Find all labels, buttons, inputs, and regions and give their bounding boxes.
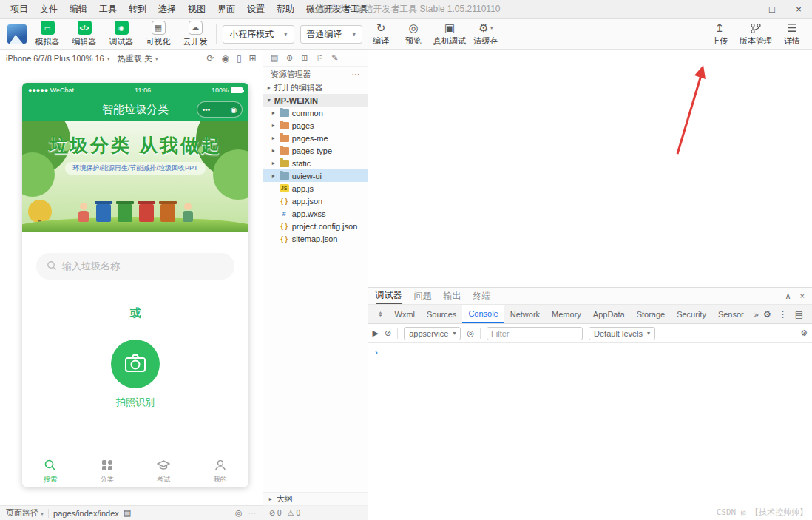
tree-item-common[interactable]: ▸ common: [263, 107, 368, 119]
menu-interface[interactable]: 界面: [212, 3, 241, 16]
menu-select[interactable]: 选择: [152, 3, 182, 16]
devtools-tab-memory[interactable]: Memory: [546, 305, 587, 323]
edit-icon[interactable]: ✎: [331, 53, 338, 63]
details-button[interactable]: ☰ 详情: [779, 22, 805, 47]
devtools-tab-sources[interactable]: Sources: [421, 305, 462, 323]
device-frame-icon[interactable]: ▯: [237, 53, 242, 64]
simulator-button[interactable]: ▭ 模拟器: [33, 21, 62, 47]
pages-icon[interactable]: ▤: [271, 53, 278, 63]
real-device-debug-button[interactable]: ▣ 真机调试: [433, 22, 466, 47]
eye-icon[interactable]: ◎: [467, 328, 474, 338]
tree-item-pages[interactable]: ▸ pages: [263, 119, 368, 132]
log-levels-select[interactable]: Default levels ▾: [589, 327, 655, 340]
devtools-tab-appdata[interactable]: AppData: [587, 305, 631, 323]
menu-edit[interactable]: 编辑: [64, 3, 93, 16]
editor-empty-region[interactable]: [368, 50, 812, 287]
minimize-button[interactable]: –: [732, 0, 759, 18]
devtools-tab-network[interactable]: Network: [504, 305, 546, 323]
screenshot-icon[interactable]: ◉: [221, 53, 229, 64]
outline-section[interactable]: ▸ 大纲: [263, 492, 368, 505]
project-root-section[interactable]: ▾ MP-WEIXIN: [263, 94, 368, 107]
menu-project[interactable]: 项目: [4, 3, 34, 16]
more-icon[interactable]: ⋯: [352, 70, 360, 79]
eye-icon[interactable]: ◎: [235, 508, 243, 518]
console-settings-icon[interactable]: ⚙: [800, 328, 808, 338]
mode-select[interactable]: 小程序模式 ▾: [223, 25, 294, 44]
page-path-select[interactable]: 页面路径 ▾: [6, 507, 44, 519]
tab-problems[interactable]: 问题: [414, 290, 432, 303]
console-filter-input[interactable]: [487, 327, 583, 340]
inspect-element-icon[interactable]: ⌖: [373, 308, 389, 320]
tabs-overflow-icon[interactable]: »: [750, 310, 763, 319]
capsule-menu[interactable]: ••• ◉: [197, 101, 243, 118]
gear-icon[interactable]: ⚙: [763, 309, 771, 320]
collapse-icon[interactable]: ∧: [785, 291, 791, 301]
devtools-tab-storage[interactable]: Storage: [631, 305, 671, 323]
dock-icon[interactable]: ▤: [795, 309, 803, 320]
kebab-menu-icon[interactable]: ⋮: [779, 309, 788, 320]
home-icon[interactable]: ◉: [231, 106, 237, 114]
more-icon[interactable]: •••: [203, 106, 211, 114]
device-select[interactable]: iPhone 6/7/8 Plus 100% 16 ▾: [6, 54, 110, 63]
debugger-button[interactable]: ◉ 调试器: [106, 21, 136, 47]
tree-item-pages-me[interactable]: ▸ pages-me: [263, 132, 368, 144]
banner-image[interactable]: 垃圾分类 从我做起 环境保护/能源再生/节能减排/垃圾回收PPT: [22, 121, 248, 232]
devtools-tab-security[interactable]: Security: [671, 305, 712, 323]
tab-terminal[interactable]: 终端: [473, 290, 491, 303]
clear-cache-button[interactable]: ⚙▾ 清缓存: [473, 22, 498, 47]
menu-goto[interactable]: 转到: [123, 3, 152, 16]
tree-item-app-json[interactable]: { } app.json: [263, 195, 368, 207]
preview-button[interactable]: ◎ 预览: [401, 22, 426, 47]
more-icon[interactable]: ⋯: [248, 508, 257, 518]
tree-item-static[interactable]: ▸ static: [263, 157, 368, 169]
menu-view[interactable]: 视图: [182, 3, 212, 16]
rotate-icon[interactable]: ⟳: [206, 53, 214, 64]
tab-output[interactable]: 输出: [444, 290, 461, 303]
menu-help[interactable]: 帮助: [271, 3, 300, 16]
tab-debugger[interactable]: 调试器: [376, 288, 402, 304]
compile-button[interactable]: ↻ 编译: [368, 22, 393, 47]
folder-icon: [280, 135, 289, 142]
open-editors-section[interactable]: ▸ 打开的编辑器: [263, 81, 368, 94]
execution-context-select[interactable]: appservice ▾: [404, 327, 461, 340]
tree-item-pages-type[interactable]: ▸ pages-type: [263, 144, 368, 157]
tab-mine[interactable]: 我的: [192, 456, 249, 487]
version-management-button[interactable]: 版本管理: [740, 22, 772, 47]
close-icon[interactable]: ×: [800, 291, 805, 301]
problems-bar[interactable]: ⊘0 ⚠0: [263, 505, 368, 520]
flag-icon[interactable]: ⚐: [316, 53, 323, 63]
tree-item-sitemap-json[interactable]: { } sitemap.json: [263, 232, 368, 245]
tab-category[interactable]: 分类: [79, 456, 136, 487]
layout-icon[interactable]: ⊞: [249, 53, 257, 64]
tree-item-project-config-json[interactable]: { } project.config.json: [263, 220, 368, 232]
close-button[interactable]: ×: [785, 0, 812, 18]
camera-button[interactable]: [111, 340, 160, 388]
tree-item-app-js[interactable]: JS app.js: [263, 182, 368, 195]
tree-item-uview-ui[interactable]: ▸ uview-ui: [263, 169, 368, 182]
battery-icon: [231, 87, 243, 93]
cloud-dev-button[interactable]: ☁ 云开发: [180, 21, 210, 47]
devtools-tab-sensor[interactable]: Sensor: [712, 305, 750, 323]
add-icon[interactable]: ⊕: [286, 53, 293, 63]
clear-console-icon[interactable]: ⊘: [385, 328, 391, 338]
copy-icon[interactable]: ▤: [124, 508, 131, 518]
menu-file[interactable]: 文件: [34, 3, 64, 16]
menu-tools[interactable]: 工具: [93, 3, 123, 16]
editor-button[interactable]: </> 编辑器: [70, 21, 99, 47]
search-input[interactable]: 输入垃圾名称: [36, 253, 234, 280]
tab-search[interactable]: 搜索: [22, 456, 79, 487]
devtools-tab-wxml[interactable]: Wxml: [389, 305, 422, 323]
project-avatar[interactable]: [7, 24, 27, 44]
visualization-button[interactable]: ▦ 可视化: [143, 21, 173, 47]
grid-icon[interactable]: ⊞: [301, 53, 308, 63]
maximize-button[interactable]: □: [759, 0, 785, 18]
console-output[interactable]: › CSDN @ 【技术控帅帅】: [368, 343, 812, 520]
upload-button[interactable]: ↥ 上传: [707, 22, 732, 47]
tab-exam[interactable]: 考试: [135, 456, 192, 487]
tree-item-app-wxss[interactable]: # app.wxss: [263, 207, 368, 220]
console-sidebar-icon[interactable]: ▶: [373, 328, 379, 338]
hot-reload-toggle[interactable]: 热重载 关 ▾: [118, 53, 158, 64]
compile-mode-select[interactable]: 普通编译 ▾: [300, 25, 363, 44]
devtools-tab-console[interactable]: Console: [462, 305, 504, 323]
menu-settings[interactable]: 设置: [241, 3, 271, 16]
